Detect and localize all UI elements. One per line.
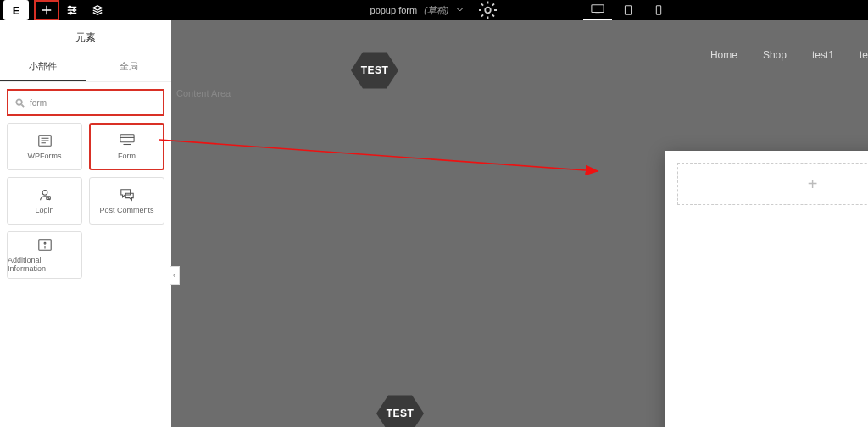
page-settings-button[interactable] — [477, 0, 498, 20]
svg-point-10 — [42, 190, 47, 195]
device-switcher — [583, 0, 673, 20]
desktop-icon — [591, 3, 604, 15]
tablet-icon — [621, 4, 635, 16]
add-section-icon: + — [808, 175, 818, 194]
login-icon — [36, 187, 54, 202]
svg-rect-9 — [120, 135, 133, 142]
svg-rect-5 — [625, 6, 631, 15]
popup-preview: ✕ + — [665, 151, 868, 427]
widget-label: Additional Information — [8, 256, 81, 273]
editor-canvas: Content Area TEST Home Shop test1 test2 … — [171, 20, 868, 427]
panel-title: 元素 — [0, 20, 171, 53]
widget-grid: WPForms Form Login Post Comments Additio… — [0, 123, 171, 279]
topbar-center: popup form (草稿) — [370, 0, 498, 20]
widget-form[interactable]: Form — [89, 123, 164, 170]
widget-wpforms[interactable]: WPForms — [7, 123, 82, 170]
settings-button[interactable] — [59, 0, 85, 20]
layers-button[interactable] — [85, 0, 110, 20]
mobile-icon — [652, 4, 665, 16]
document-title[interactable]: popup form — [370, 5, 418, 15]
tab-global[interactable]: 全局 — [86, 53, 171, 81]
info-icon — [36, 237, 54, 252]
desktop-device-button[interactable] — [583, 0, 612, 20]
nav-test2[interactable]: test2 — [860, 49, 868, 61]
site-nav: Home Shop test1 test2 — [710, 49, 868, 61]
nav-test1[interactable]: test1 — [812, 49, 834, 61]
widget-login[interactable]: Login — [7, 177, 82, 225]
search-wrap — [0, 82, 171, 123]
panel-collapse-handle[interactable]: ‹ — [170, 266, 180, 285]
svg-point-3 — [485, 8, 491, 14]
layers-icon — [92, 4, 103, 16]
widget-label: WPForms — [28, 152, 62, 160]
widget-search[interactable] — [7, 89, 164, 116]
svg-rect-4 — [592, 5, 604, 13]
svg-point-13 — [44, 242, 46, 244]
top-bar: E popup form (草稿) — [0, 0, 868, 20]
nav-home[interactable]: Home — [710, 49, 737, 61]
elements-panel: 元素 小部件 全局 WPForms Form Login Post Commen… — [0, 20, 171, 427]
test-badge: TEST — [376, 393, 424, 427]
site-logo: TEST — [349, 48, 400, 92]
search-icon — [15, 98, 25, 108]
widget-label: Login — [35, 206, 53, 214]
gear-icon — [477, 0, 498, 20]
site-logo-footer: TEST — [371, 390, 429, 427]
content-area-label: Content Area — [176, 88, 231, 98]
elementor-logo[interactable]: E — [3, 0, 29, 20]
form-icon — [36, 133, 54, 148]
chevron-down-icon[interactable] — [455, 6, 464, 14]
mobile-device-button[interactable] — [644, 0, 673, 20]
search-input[interactable] — [30, 98, 156, 108]
comments-icon — [118, 187, 136, 202]
topbar-left: E — [0, 0, 110, 20]
form-icon — [118, 133, 136, 148]
plus-icon — [41, 4, 53, 16]
widget-post-comments[interactable]: Post Comments — [89, 177, 164, 225]
widget-label: Post Comments — [99, 206, 153, 214]
tab-widgets[interactable]: 小部件 — [0, 53, 86, 81]
widget-additional-info[interactable]: Additional Information — [7, 231, 82, 279]
nav-shop[interactable]: Shop — [763, 49, 787, 61]
popup-dropzone[interactable]: + — [677, 163, 868, 205]
panel-tabs: 小部件 全局 — [0, 53, 171, 82]
sliders-icon — [66, 4, 78, 16]
test-badge: TEST — [351, 50, 398, 91]
svg-rect-6 — [656, 6, 660, 15]
document-status: (草稿) — [424, 4, 448, 17]
svg-point-7 — [16, 99, 21, 104]
widget-label: Form — [118, 152, 136, 160]
add-element-button[interactable] — [34, 0, 59, 20]
tablet-device-button[interactable] — [614, 0, 643, 20]
